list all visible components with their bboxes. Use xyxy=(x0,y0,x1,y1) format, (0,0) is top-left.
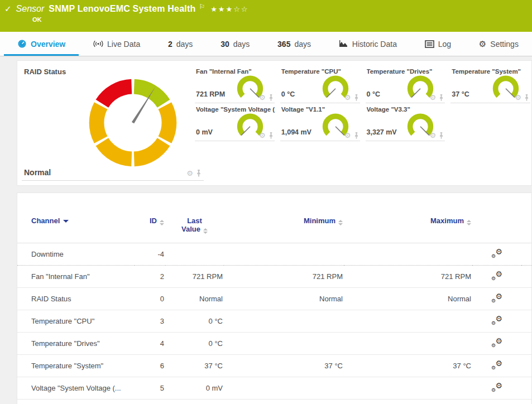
channel-settings-icon[interactable]: ⚙⚙ xyxy=(491,271,502,281)
channel-settings-icon[interactable]: ⚙⚙ xyxy=(491,360,502,370)
channel-last-value: 0 °C xyxy=(165,333,224,355)
channel-id: 3 xyxy=(135,310,165,333)
gauge-gear-icon[interactable]: ⚙ xyxy=(259,132,266,139)
channel-name: Temperature "CPU" xyxy=(17,310,135,333)
settings-gear-icon: ⚙ xyxy=(479,39,486,49)
channel-id: 2 xyxy=(135,266,165,288)
column-header-value-label: Value xyxy=(181,225,200,233)
tab-365-days[interactable]: 365 days xyxy=(274,32,314,56)
gauge-gear-icon[interactable]: ⚙ xyxy=(344,132,351,139)
gauge-pin-icon[interactable] xyxy=(439,94,444,101)
channel-minimum xyxy=(224,243,344,266)
column-header-last-value[interactable]: Last Value xyxy=(165,209,224,243)
channel-maximum xyxy=(344,243,472,266)
column-header-minimum-label: Minimum xyxy=(304,217,336,225)
channel-maximum: Normal xyxy=(344,288,472,310)
channel-last-value xyxy=(165,243,224,266)
raid-status-gauge-card: RAID Status Normal ⚙ xyxy=(17,61,195,185)
gauge-value: 0 °C xyxy=(367,90,380,98)
column-header-channel[interactable]: Channel xyxy=(17,209,135,243)
channel-settings-icon[interactable]: ⚙⚙ xyxy=(491,293,502,303)
live-data-icon xyxy=(93,40,103,48)
tab-bar: Overview Live Data 2 days 30 days 365 da… xyxy=(0,32,532,56)
gauge-pin-icon[interactable] xyxy=(524,94,529,101)
channel-settings-icon[interactable]: ⚙⚙ xyxy=(491,248,502,258)
column-header-id[interactable]: ID xyxy=(135,209,165,243)
gauge-gear-icon[interactable]: ⚙ xyxy=(515,94,521,101)
table-row-fan-internal-fan: Fan "Internal Fan" 2 721 RPM 721 RPM 721… xyxy=(17,266,531,288)
gauge-pin-icon[interactable] xyxy=(439,132,444,139)
tab-historic-data[interactable]: Historic Data xyxy=(336,32,400,56)
column-header-last-label: Last xyxy=(187,217,202,225)
stars-empty[interactable]: ☆☆ xyxy=(233,5,248,13)
gauges-panel: RAID Status Normal ⚙ xyxy=(17,60,532,186)
column-header-minimum[interactable]: Minimum xyxy=(224,209,344,243)
gauge-gear-icon[interactable]: ⚙ xyxy=(259,94,266,101)
sensor-kind-label: Sensor xyxy=(16,4,45,14)
channel-id: 5 xyxy=(135,377,165,400)
tab-overview-label: Overview xyxy=(31,40,65,49)
gauge-value: 0 mV xyxy=(196,128,213,136)
priority-stars[interactable]: ★★★☆☆ xyxy=(210,5,248,13)
channel-name: Downtime xyxy=(17,243,135,266)
sensor-header: ✓ Sensor SNMP LenovoEMC System Health ⚐ … xyxy=(0,0,532,32)
channel-maximum: 37 °C xyxy=(344,355,472,377)
sort-desc-icon xyxy=(63,220,69,223)
channels-table: Channel ID Last Value Minimum Maximum xyxy=(17,209,531,404)
sort-icon xyxy=(203,228,208,234)
channel-last-value: 1,094 mV xyxy=(165,400,224,404)
log-list-icon xyxy=(425,40,434,48)
channel-maximum: 721 RPM xyxy=(344,266,472,288)
sort-icon xyxy=(160,220,164,225)
gauge-gear-icon[interactable]: ⚙ xyxy=(430,132,437,139)
gauge-gear-icon[interactable]: ⚙ xyxy=(430,94,437,101)
gauge-pin-icon[interactable] xyxy=(354,132,359,139)
gauge-pin-icon[interactable] xyxy=(269,94,274,101)
gauge-pin-icon[interactable] xyxy=(354,94,359,101)
column-header-maximum[interactable]: Maximum xyxy=(344,209,472,243)
table-row-temperature-system: Temperature "System" 6 37 °C 37 °C 37 °C… xyxy=(17,355,531,377)
channel-last-value: 0 °C xyxy=(165,310,224,333)
column-header-settings xyxy=(472,209,521,243)
channel-last-value: 37 °C xyxy=(165,355,224,377)
channel-last-value: Normal xyxy=(165,288,224,310)
table-row-raid-status: RAID Status 0 Normal Normal Normal ⚙⚙ xyxy=(17,288,531,310)
channel-id: 4 xyxy=(135,333,165,355)
channel-minimum: 1,094 mV xyxy=(224,400,344,404)
gauge-card-voltage-system: Voltage "System Voltage (12... 0 mV ⚙ xyxy=(195,103,275,141)
tab-overview[interactable]: Overview xyxy=(14,32,69,56)
sort-icon xyxy=(338,220,343,225)
stars-filled[interactable]: ★★★ xyxy=(210,5,233,13)
tab-log[interactable]: Log xyxy=(421,32,454,56)
tab-settings[interactable]: ⚙ Settings xyxy=(476,32,522,56)
tab-2-days[interactable]: 2 days xyxy=(165,32,196,56)
channel-last-value: 721 RPM xyxy=(165,266,224,288)
channel-minimum: 37 °C xyxy=(224,355,344,377)
raid-gauge-title: RAID Status xyxy=(24,68,66,76)
channel-settings-icon[interactable]: ⚙⚙ xyxy=(491,315,502,325)
tab-30-days[interactable]: 30 days xyxy=(217,32,253,56)
channel-id: -4 xyxy=(135,243,165,266)
gauge-gear-icon[interactable]: ⚙ xyxy=(344,94,351,101)
channel-settings-icon[interactable]: ⚙⚙ xyxy=(491,338,502,348)
tab-historic-data-label: Historic Data xyxy=(352,40,397,49)
flag-icon[interactable]: ⚐ xyxy=(199,3,205,11)
tab-live-data[interactable]: Live Data xyxy=(90,32,143,56)
tab-30-days-number: 30 xyxy=(221,40,229,49)
column-header-channel-label: Channel xyxy=(31,217,60,225)
gauge-value: 721 RPM xyxy=(196,90,225,98)
gauge-value: 3,327 mV xyxy=(367,128,397,136)
channel-settings-icon[interactable]: ⚙⚙ xyxy=(491,382,502,392)
channel-name: Voltage "System Voltage (... xyxy=(17,377,135,400)
overview-content: RAID Status Normal ⚙ xyxy=(0,56,532,404)
channel-name: Voltage "V1.1" xyxy=(17,400,135,404)
table-row-voltage-v1-1: Voltage "V1.1" 7 1,094 mV 1,094 mV 1,094… xyxy=(17,400,531,404)
gauge-card-voltage-v1-1: Voltage "V1.1" 1,094 mV ⚙ xyxy=(280,103,360,141)
channel-name: Temperature "Drives" xyxy=(17,333,135,355)
channels-panel: Channel ID Last Value Minimum Maximum xyxy=(17,193,532,404)
channel-minimum: Normal xyxy=(224,288,344,310)
raid-gauge-gear-icon[interactable]: ⚙ xyxy=(186,170,193,177)
gauge-pin-icon[interactable] xyxy=(269,132,274,139)
raid-gauge-pin-icon[interactable] xyxy=(196,170,202,177)
table-row-downtime: Downtime -4 ⚙⚙ xyxy=(17,243,531,266)
